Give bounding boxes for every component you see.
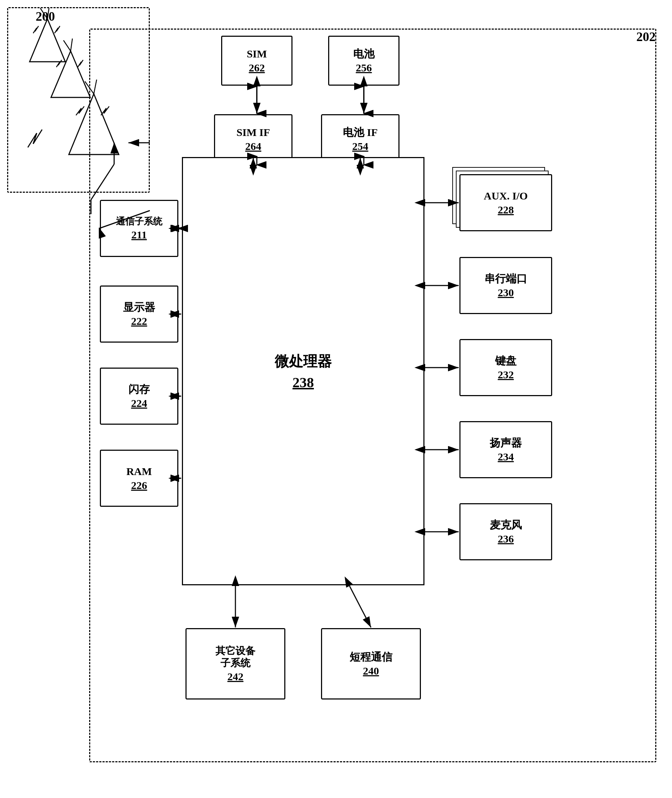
sim-name: SIM xyxy=(247,48,267,60)
aux-io-box: AUX. I/O 228 xyxy=(459,174,552,231)
microprocessor-name: 微处理器 xyxy=(275,351,332,371)
ram-number: 226 xyxy=(131,479,147,492)
keyboard-number: 232 xyxy=(498,369,514,381)
flash-name: 闪存 xyxy=(128,383,150,396)
label-202: 202 xyxy=(636,29,656,44)
battery-if-box: 电池 IF 254 xyxy=(321,114,400,164)
sim-if-box: SIM IF 264 xyxy=(214,114,293,164)
comm-subsys-box: 通信子系统 211 xyxy=(100,200,178,257)
svg-marker-0 xyxy=(30,19,65,62)
svg-marker-3 xyxy=(51,51,90,98)
sim-if-name: SIM IF xyxy=(237,126,270,139)
flash-box: 闪存 224 xyxy=(100,368,178,425)
display-number: 222 xyxy=(131,315,147,327)
battery-number: 256 xyxy=(356,62,372,74)
short-range-comm-name: 短程通信 xyxy=(350,651,392,663)
ram-box: RAM 226 xyxy=(100,450,178,507)
short-range-comm-box: 短程通信 240 xyxy=(321,628,421,700)
battery-box: 电池 256 xyxy=(328,36,400,86)
battery-if-name: 电池 IF xyxy=(343,126,378,139)
battery-if-number: 254 xyxy=(352,140,368,152)
speaker-number: 234 xyxy=(498,451,514,463)
mic-number: 236 xyxy=(498,533,514,545)
label-202-text: 202 xyxy=(636,30,656,44)
svg-line-4 xyxy=(64,40,70,51)
ram-name: RAM xyxy=(126,465,152,478)
speaker-box: 扬声器 234 xyxy=(459,421,552,478)
display-box: 显示器 222 xyxy=(100,285,178,343)
flash-number: 224 xyxy=(131,397,147,409)
label-200: 200 xyxy=(36,9,55,24)
diagram-container: 200 202 SIM 262 电池 256 SIM IF 264 电池 IF … xyxy=(7,7,664,791)
short-range-comm-number: 240 xyxy=(363,665,379,677)
serial-port-number: 230 xyxy=(498,287,514,299)
aux-io-name: AUX. I/O xyxy=(484,189,528,202)
comm-subsys-name: 通信子系统 xyxy=(116,216,162,227)
serial-port-name: 串行端口 xyxy=(485,272,527,285)
aux-io-number: 228 xyxy=(498,204,514,216)
other-devices-number: 242 xyxy=(227,671,243,683)
mic-name: 麦克风 xyxy=(490,519,522,531)
other-devices-name: 其它设备 子系统 xyxy=(216,645,255,669)
sim-number: 262 xyxy=(249,62,265,74)
battery-name: 电池 xyxy=(353,48,374,60)
svg-line-5 xyxy=(70,38,72,51)
microprocessor-number: 238 xyxy=(293,374,314,391)
mic-box: 麦克风 236 xyxy=(459,503,552,560)
other-devices-box: 其它设备 子系统 242 xyxy=(186,628,285,700)
comm-subsys-number: 211 xyxy=(131,229,147,241)
keyboard-box: 键盘 232 xyxy=(459,339,552,396)
label-200-text: 200 xyxy=(36,9,55,24)
sim-box: SIM 262 xyxy=(221,36,293,86)
display-name: 显示器 xyxy=(123,301,155,314)
speaker-name: 扬声器 xyxy=(490,436,522,449)
keyboard-name: 键盘 xyxy=(495,354,517,367)
sim-if-number: 264 xyxy=(245,140,261,152)
microprocessor-box: 微处理器 238 xyxy=(182,157,424,585)
serial-port-box: 串行端口 230 xyxy=(459,257,552,314)
